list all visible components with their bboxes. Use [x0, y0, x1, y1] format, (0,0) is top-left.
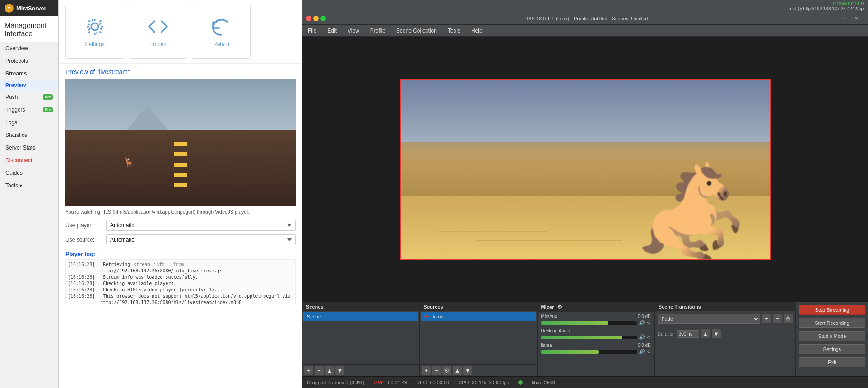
scenes-header: Scenes — [302, 302, 419, 311]
mixer-llama-bar-fill — [541, 350, 599, 354]
scenes-down-btn[interactable]: ▼ — [335, 366, 344, 375]
sources-settings-btn[interactable]: ⚙ — [442, 366, 451, 375]
source-item-llama[interactable]: 👁 llama — [421, 312, 536, 321]
nav-guides[interactable]: Guides — [0, 167, 58, 179]
return-icon-btn[interactable]: Return — [192, 5, 251, 59]
status-dropped-frames: Dropped Frames 0 (0.0%) — [307, 380, 364, 385]
transitions-panel: Scene Transitions Fade + − ⚙ Duration — [655, 302, 796, 376]
player-log[interactable]: [16:16:28]Retrievingstreaminfofrom http:… — [65, 259, 296, 304]
mixer-desktop-name: Desktop Audio — [541, 328, 571, 333]
mistserver-logo: M — [5, 4, 14, 13]
status-live-time: 00:01:48 — [388, 380, 407, 385]
mixer-desktop-row: Desktop Audio 🔊 ⚙ — [538, 327, 654, 341]
obs-minimize-btn[interactable] — [313, 16, 319, 21]
sources-add-btn[interactable]: + — [422, 366, 431, 375]
obs-main: 🐎 Scenes Scene — [302, 37, 868, 388]
source-select[interactable]: Automatic — [106, 234, 296, 245]
obs-win-controls — [306, 16, 326, 21]
studio-mode-btn[interactable]: Studio Mode — [799, 331, 865, 341]
menu-profile[interactable]: Profile — [368, 27, 387, 35]
mixer-mic-mute[interactable]: 🔊 — [639, 320, 645, 326]
nav-tools[interactable]: Tools ▾ — [0, 179, 58, 192]
scene-item-scene[interactable]: Scene — [303, 312, 418, 321]
obs-sand-line-2 — [438, 231, 548, 232]
menu-edit[interactable]: Edit — [325, 27, 339, 35]
status-rec-time: 00:00:00 — [430, 380, 449, 385]
transitions-add-btn[interactable]: + — [762, 314, 771, 323]
obs-actions-panel: Stop Streaming Start Recording Studio Mo… — [796, 302, 868, 376]
menu-scene-collection[interactable]: Scene Collection — [395, 27, 439, 35]
settings-icon-btn[interactable]: Settings — [65, 5, 124, 59]
obs-win-max-icon[interactable]: □ — [849, 15, 852, 22]
menu-tools[interactable]: Tools — [446, 27, 462, 35]
source-name: llama — [432, 314, 443, 319]
obs-win-right: ─ □ ✕ — [843, 15, 864, 22]
transitions-duration-input[interactable] — [677, 330, 699, 338]
nav-triggers[interactable]: Triggers Pro — [0, 103, 58, 116]
status-cpu-value: 32.1%, 30.00 fps — [472, 380, 510, 385]
obs-win-min-icon[interactable]: ─ — [843, 15, 847, 22]
transitions-duration-label: Duration — [658, 332, 675, 337]
transitions-remove-btn[interactable]: − — [773, 314, 782, 323]
sources-down-btn[interactable]: ▼ — [463, 366, 472, 375]
mixer-mic-row: Mic/Aux 0.0 dB 🔊 ⚙ — [538, 313, 654, 327]
nav-disconnect[interactable]: Disconnect — [0, 154, 58, 167]
transitions-duration-down[interactable]: ▼ — [712, 329, 721, 338]
obs-settings-btn[interactable]: Settings — [799, 344, 865, 354]
mixer-content: Mic/Aux 0.0 dB 🔊 ⚙ — [538, 312, 654, 376]
mixer-settings-icon[interactable]: ⚙ — [557, 304, 562, 310]
mistserver-panel: M MistServer Management Interface Overvi… — [0, 0, 59, 388]
use-source-label: Use source: — [65, 237, 102, 243]
status-rec-label: REC: — [416, 380, 428, 385]
sources-content: 👁 llama — [420, 311, 537, 364]
obs-maximize-btn[interactable] — [320, 16, 326, 21]
nav-statistics[interactable]: Statistics — [0, 129, 58, 141]
preview-video: 🦌 — [65, 79, 296, 206]
nav-preview[interactable]: Preview — [0, 80, 58, 91]
sources-remove-btn[interactable]: − — [432, 366, 441, 375]
obs-win-close-icon[interactable]: ✕ — [854, 15, 859, 22]
obs-close-btn[interactable] — [306, 16, 311, 21]
menu-file[interactable]: File — [306, 27, 318, 35]
nav-protocols[interactable]: Protocols — [0, 55, 58, 67]
embed-svg-icon — [147, 16, 169, 37]
road-line — [174, 142, 188, 193]
transitions-duration-up[interactable]: ▲ — [701, 329, 710, 338]
transitions-duration-row: Duration ▲ ▼ — [658, 329, 793, 338]
scenes-add-btn[interactable]: + — [304, 366, 313, 375]
nav-server-stats[interactable]: Server Stats — [0, 141, 58, 154]
menu-help[interactable]: Help — [469, 27, 484, 35]
nav-logs[interactable]: Logs — [0, 116, 58, 129]
obs-exit-btn[interactable]: Exit — [799, 357, 865, 367]
obs-preview-inner: 🐎 — [400, 79, 771, 260]
transitions-settings-btn[interactable]: ⚙ — [784, 314, 793, 323]
obs-titlebar: OBS 18.0.1-1 (linux) - Profile: Untitled… — [302, 12, 868, 25]
mixer-mic-db: 0.0 dB — [638, 314, 651, 319]
sources-up-btn[interactable]: ▲ — [453, 366, 462, 375]
source-eye-icon[interactable]: 👁 — [424, 314, 429, 319]
nav-streams[interactable]: Streams — [0, 67, 58, 80]
log-row: http://192.168.137.26:8080/hls/livestrea… — [68, 299, 293, 304]
nav-push[interactable]: Push Pro — [0, 91, 58, 103]
scenes-remove-btn[interactable]: − — [315, 366, 324, 375]
mixer-desktop-settings[interactable]: ⚙ — [647, 335, 651, 340]
scenes-up-btn[interactable]: ▲ — [325, 366, 334, 375]
mixer-desktop-mute[interactable]: 🔊 — [639, 334, 645, 340]
embed-icon-btn[interactable]: Embed — [129, 5, 187, 59]
mixer-llama-mute[interactable]: 🔊 — [639, 349, 645, 355]
start-recording-btn[interactable]: Start Recording — [799, 318, 865, 328]
mixer-panel: Mixer ⚙ Mic/Aux 0.0 dB — [538, 302, 655, 376]
mixer-llama-settings[interactable]: ⚙ — [647, 349, 651, 354]
stop-streaming-btn[interactable]: Stop Streaming — [799, 305, 865, 315]
mixer-label: Mixer — [541, 304, 554, 310]
status-dot-container — [518, 380, 523, 385]
transitions-type-select[interactable]: Fade — [658, 314, 760, 324]
triggers-pro-badge: Pro — [43, 107, 53, 112]
mixer-mic-settings[interactable]: ⚙ — [647, 320, 651, 325]
menu-view[interactable]: View — [346, 27, 361, 35]
player-select[interactable]: Automatic — [106, 220, 296, 231]
stream-panel: Settings Embed Return Preview of "livest… — [59, 0, 302, 388]
push-pro-badge: Pro — [43, 94, 53, 100]
nav-overview[interactable]: Overview — [0, 42, 58, 55]
settings-label: Settings — [85, 41, 104, 47]
